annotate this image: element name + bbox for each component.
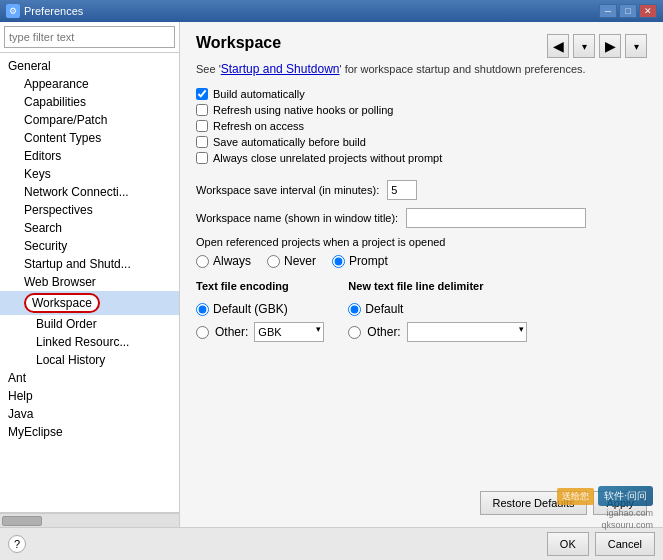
close-unrelated-label: Always close unrelated projects without … <box>213 152 442 164</box>
save-before-build-checkbox[interactable] <box>196 136 208 148</box>
refresh-access-label: Refresh on access <box>213 120 304 132</box>
checkbox-row-refresh-native: Refresh using native hooks or polling <box>196 104 647 116</box>
close-unrelated-checkbox[interactable] <box>196 152 208 164</box>
save-interval-label: Workspace save interval (in minutes): <box>196 184 379 196</box>
checkbox-row-build-auto: Build automatically <box>196 88 647 100</box>
open-referenced-label: Open referenced projects when a project … <box>196 236 647 248</box>
encoding-other-radio[interactable] <box>196 326 209 339</box>
delimiter-default-label: Default <box>365 302 403 316</box>
text-encoding-col: Text file encoding Default (GBK) Other: … <box>196 280 324 342</box>
radio-never-input[interactable] <box>267 255 280 268</box>
encoding-default-radio: Default (GBK) <box>196 302 324 316</box>
apply-button[interactable]: Apply <box>593 491 647 515</box>
workspace-name-input[interactable] <box>406 208 586 228</box>
app-icon: ⚙ <box>6 4 20 18</box>
encoding-dropdown-wrapper: GBK UTF-8 <box>254 322 324 342</box>
build-auto-checkbox[interactable] <box>196 88 208 100</box>
title-bar: ⚙ Preferences ─ □ ✕ <box>0 0 663 22</box>
tree-item-ant[interactable]: Ant <box>0 369 179 387</box>
encoding-other-row: Other: GBK UTF-8 <box>196 322 324 342</box>
radio-always-label: Always <box>213 254 251 268</box>
checkbox-group: Build automatically Refresh using native… <box>196 88 647 164</box>
encoding-other-label: Other: <box>215 325 248 339</box>
radio-always: Always <box>196 254 251 268</box>
tree-item-search[interactable]: Search <box>0 219 179 237</box>
encoding-dropdown[interactable]: GBK UTF-8 <box>254 322 324 342</box>
tree-item-appearance[interactable]: Appearance <box>0 75 179 93</box>
tree-item-startup[interactable]: Startup and Shutd... <box>0 255 179 273</box>
line-delimiter-title: New text file line delimiter <box>348 280 526 292</box>
close-button[interactable]: ✕ <box>639 4 657 18</box>
save-before-build-label: Save automatically before build <box>213 136 366 148</box>
tree-item-perspectives[interactable]: Perspectives <box>0 201 179 219</box>
radio-prompt-label: Prompt <box>349 254 388 268</box>
window-title: Preferences <box>24 5 83 17</box>
tree-item-network[interactable]: Network Connecti... <box>0 183 179 201</box>
radio-never: Never <box>267 254 316 268</box>
delimiter-default-radio: Default <box>348 302 526 316</box>
panel-title: Workspace <box>196 34 281 52</box>
tree-item-myeclipse[interactable]: MyEclipse <box>0 423 179 441</box>
tree-item-capabilities[interactable]: Capabilities <box>0 93 179 111</box>
help-button[interactable]: ? <box>8 535 26 553</box>
tree-item-linked-resources[interactable]: Linked Resourc... <box>0 333 179 351</box>
content-area: General Appearance Capabilities Compare/… <box>0 22 663 527</box>
delimiter-default-input[interactable] <box>348 303 361 316</box>
tree-item-content-types[interactable]: Content Types <box>0 129 179 147</box>
scroll-thumb[interactable] <box>2 516 42 526</box>
workspace-highlight: Workspace <box>24 293 100 313</box>
tree-item-editors[interactable]: Editors <box>0 147 179 165</box>
tree-item-compare-patch[interactable]: Compare/Patch <box>0 111 179 129</box>
tree-item-security[interactable]: Security <box>0 237 179 255</box>
encoding-default-input[interactable] <box>196 303 209 316</box>
tree-item-workspace[interactable]: Workspace <box>0 291 179 315</box>
radio-always-input[interactable] <box>196 255 209 268</box>
build-auto-label: Build automatically <box>213 88 305 100</box>
horizontal-scrollbar[interactable] <box>0 513 179 527</box>
tree-item-build-order[interactable]: Build Order <box>0 315 179 333</box>
save-interval-input[interactable] <box>387 180 417 200</box>
tree-item-keys[interactable]: Keys <box>0 165 179 183</box>
text-encoding-title: Text file encoding <box>196 280 324 292</box>
delimiter-dropdown-wrapper: Windows Unix Mac <box>407 322 527 342</box>
filter-input[interactable] <box>4 26 175 48</box>
tree-item-java[interactable]: Java <box>0 405 179 423</box>
nav-forward-dropdown-button[interactable]: ▾ <box>625 34 647 58</box>
restore-defaults-button[interactable]: Restore Defaults <box>480 491 588 515</box>
delimiter-other-label: Other: <box>367 325 400 339</box>
refresh-native-checkbox[interactable] <box>196 104 208 116</box>
delimiter-dropdown[interactable]: Windows Unix Mac <box>407 322 527 342</box>
checkbox-row-refresh-access: Refresh on access <box>196 120 647 132</box>
tree-item-help[interactable]: Help <box>0 387 179 405</box>
right-panel: Workspace ◀ ▾ ▶ ▾ See 'Startup and Shutd… <box>180 22 663 527</box>
refresh-access-checkbox[interactable] <box>196 120 208 132</box>
radio-prompt-input[interactable] <box>332 255 345 268</box>
workspace-name-label: Workspace name (shown in window title): <box>196 212 398 224</box>
startup-link[interactable]: Startup and Shutdown <box>221 62 340 76</box>
encoding-default-label: Default (GBK) <box>213 302 288 316</box>
nav-forward-button[interactable]: ▶ <box>599 34 621 58</box>
radio-prompt: Prompt <box>332 254 388 268</box>
delimiter-other-radio[interactable] <box>348 326 361 339</box>
tree-item-web-browser[interactable]: Web Browser <box>0 273 179 291</box>
left-bottom <box>0 512 179 527</box>
tree-area: General Appearance Capabilities Compare/… <box>0 53 179 512</box>
workspace-name-row: Workspace name (shown in window title): <box>196 208 647 228</box>
minimize-button[interactable]: ─ <box>599 4 617 18</box>
maximize-button[interactable]: □ <box>619 4 637 18</box>
checkbox-row-save-before-build: Save automatically before build <box>196 136 647 148</box>
cancel-button[interactable]: Cancel <box>595 532 655 556</box>
checkbox-row-close-unrelated: Always close unrelated projects without … <box>196 152 647 164</box>
tree-item-general[interactable]: General <box>0 57 179 75</box>
ok-button[interactable]: OK <box>547 532 589 556</box>
nav-back-button[interactable]: ◀ <box>547 34 569 58</box>
filter-area <box>0 22 179 53</box>
nav-dropdown-button[interactable]: ▾ <box>573 34 595 58</box>
radio-never-label: Never <box>284 254 316 268</box>
radio-open-referenced: Always Never Prompt <box>196 254 647 268</box>
line-delimiter-col: New text file line delimiter Default Oth… <box>348 280 526 342</box>
tree-item-local-history[interactable]: Local History <box>0 351 179 369</box>
main-container: General Appearance Capabilities Compare/… <box>0 22 663 560</box>
delimiter-other-row: Other: Windows Unix Mac <box>348 322 526 342</box>
refresh-native-label: Refresh using native hooks or polling <box>213 104 393 116</box>
